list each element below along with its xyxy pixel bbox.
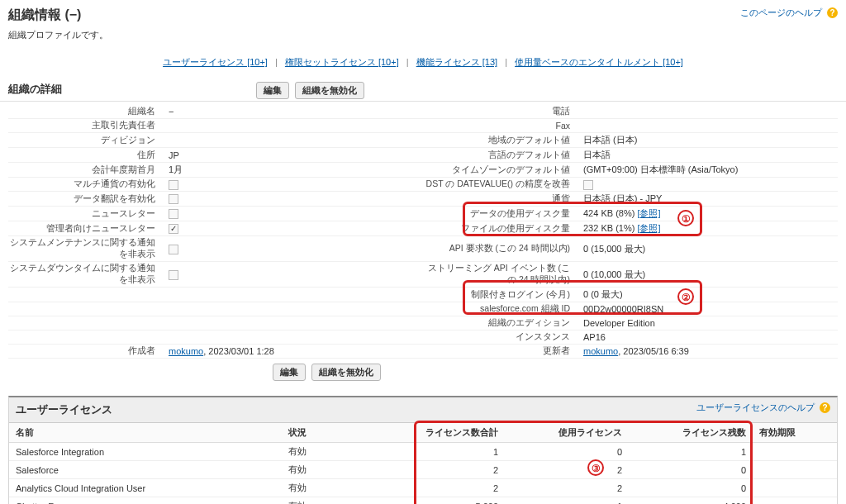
admin-newsletter-checkbox[interactable] [169, 224, 178, 234]
newsletter-checkbox[interactable] [169, 209, 178, 219]
created-by-label: 作成者 [8, 345, 165, 358]
lic-used: 0 [505, 443, 629, 461]
blank-value [165, 322, 423, 324]
edit-button[interactable]: 編集 [256, 82, 289, 99]
primary-contact-label: 主取引先責任者 [8, 119, 165, 132]
blank-value [165, 336, 423, 338]
edit-button-bottom[interactable]: 編集 [273, 364, 306, 381]
col-expiry[interactable]: 有効期限 [753, 423, 837, 443]
primary-contact-value [165, 125, 423, 126]
blank-value [165, 294, 423, 296]
locale-default-value: 日本語 (日本) [580, 133, 838, 147]
data-disk-label: データの使用ディスク量 [423, 207, 580, 221]
file-disk-text: 232 KB (1%) [583, 223, 637, 233]
lic-used: 2 [505, 479, 629, 497]
created-by-date: , 2023/03/01 1:28 [203, 346, 274, 356]
dst-datevalue-checkbox[interactable] [583, 180, 593, 190]
created-by-value: mokumo, 2023/03/01 1:28 [165, 345, 423, 357]
currency-label: 通貨 [423, 193, 580, 206]
col-name[interactable]: 名前 [9, 423, 282, 443]
lic-expiry [753, 461, 837, 479]
data-disk-text: 424 KB (8%) [583, 208, 637, 218]
fax-label: Fax [423, 120, 580, 131]
blank-label [8, 308, 165, 310]
edition-value: Developer Edition [580, 317, 838, 329]
nav-feature-licenses[interactable]: 機能ライセンス [13] [416, 57, 497, 67]
lic-status: 有効 [282, 461, 381, 479]
lic-expiry [753, 497, 837, 505]
data-translation-checkbox[interactable] [169, 194, 178, 204]
deactivate-org-button-bottom[interactable]: 組織を無効化 [311, 364, 381, 381]
org-detail-grid: 組織名 − 電話 主取引先責任者 Fax ディビジョン 地域のデフォルト値 日本… [0, 101, 846, 386]
nav-user-licenses[interactable]: ユーザーライセンス [10+] [163, 57, 268, 67]
lic-total: 1 [381, 443, 505, 461]
page-subtitle: 組織プロファイルです。 [8, 29, 838, 41]
created-by-user-link[interactable]: mokumo [169, 346, 203, 356]
lic-remaining: 0 [629, 461, 753, 479]
page-title: 組織情報 (−) [8, 7, 838, 24]
lic-expiry [753, 443, 837, 461]
col-status[interactable]: 状況 [282, 423, 381, 443]
updated-by-user-link[interactable]: mokumo [583, 346, 618, 356]
lic-status: 有効 [282, 497, 381, 505]
data-translation-label: データ翻訳を有効化 [8, 193, 165, 206]
org-detail-header: 組織の詳細 編集 組織を無効化 [0, 77, 846, 101]
fiscal-year-value: 1月 [165, 163, 423, 177]
hide-downtime-checkbox[interactable] [169, 270, 178, 280]
table-row: Salesforce Integration有効101 [9, 443, 837, 461]
fax-value [580, 125, 838, 126]
lic-used: 1 [505, 497, 629, 505]
org-detail-title: 組織の詳細 [8, 82, 256, 97]
data-disk-link[interactable]: [参照] [637, 208, 660, 218]
language-default-value: 日本語 [580, 148, 838, 162]
updated-by-label: 更新者 [423, 345, 580, 358]
dst-datevalue-label: DST の DATEVALUE() の精度を改善 [423, 178, 580, 191]
hide-maintenance-checkbox[interactable] [169, 245, 178, 254]
timezone-default-label: タイムゾーンのデフォルト値 [423, 164, 580, 177]
lic-total: 2 [381, 461, 505, 479]
file-disk-value: 232 KB (1%) [参照] [580, 221, 838, 235]
nav-permset-licenses[interactable]: 権限セットライセンス [10+] [285, 57, 399, 67]
lic-remaining: 0 [629, 479, 753, 497]
table-row: Analytics Cloud Integration User有効220 [9, 479, 837, 497]
user-license-header: ユーザーライセンス ユーザーライセンスのヘルプ ? [9, 397, 837, 423]
page-help-link[interactable]: このページのヘルプ ? [740, 7, 838, 19]
help-icon: ? [820, 402, 830, 413]
lic-remaining: 4,999 [629, 497, 753, 505]
lic-name: Chatter Free [9, 497, 282, 505]
hide-downtime-label: システムダウンタイムに関する通知を非表示 [8, 262, 165, 287]
instance-value: AP16 [580, 331, 838, 343]
api-requests-value: 0 (15,000 最大) [580, 242, 838, 256]
page-header: 組織情報 (−) 組織プロファイルです。 [0, 0, 846, 45]
detail-button-row: 編集 組織を無効化 [256, 82, 838, 99]
nav-sep: | [402, 57, 414, 67]
col-remaining[interactable]: ライセンス残数 [629, 423, 753, 443]
col-total[interactable]: ライセンス数合計 [381, 423, 505, 443]
org-id-label: salesforce.com 組織 ID [423, 302, 580, 316]
lic-remaining: 1 [629, 443, 753, 461]
nav-sep: | [270, 57, 283, 67]
blank-value [165, 308, 423, 310]
multi-currency-checkbox[interactable] [169, 180, 178, 190]
user-license-help-link[interactable]: ユーザーライセンスのヘルプ [696, 402, 815, 412]
blank-label [8, 322, 165, 324]
address-value: JP [165, 150, 423, 161]
deactivate-org-button[interactable]: 組織を無効化 [295, 82, 364, 99]
file-disk-link[interactable]: [参照] [637, 223, 660, 233]
lic-used: 2 [505, 461, 629, 479]
help-link-text[interactable]: このページのヘルプ [740, 7, 822, 17]
lic-name: Salesforce Integration [9, 443, 282, 461]
locale-default-label: 地域のデフォルト値 [423, 134, 580, 147]
hide-maintenance-label: システムメンテナンスに関する通知を非表示 [8, 236, 165, 261]
timezone-default-value: (GMT+09:00) 日本標準時 (Asia/Tokyo) [580, 163, 838, 177]
instance-label: インスタンス [423, 330, 580, 344]
nav-sep: | [500, 57, 512, 67]
subsection-nav: ユーザーライセンス [10+] | 権限セットライセンス [10+] | 機能ラ… [0, 45, 846, 77]
col-used[interactable]: 使用ライセンス [505, 423, 629, 443]
user-license-help[interactable]: ユーザーライセンスのヘルプ ? [696, 402, 830, 414]
division-label: ディビジョン [8, 134, 165, 147]
nav-usage-entitlements[interactable]: 使用量ベースのエンタイトルメント [10+] [515, 57, 683, 67]
restricted-login-label: 制限付きログイン (今月) [423, 288, 580, 302]
phone-label: 電話 [423, 105, 580, 118]
lic-expiry [753, 479, 837, 497]
